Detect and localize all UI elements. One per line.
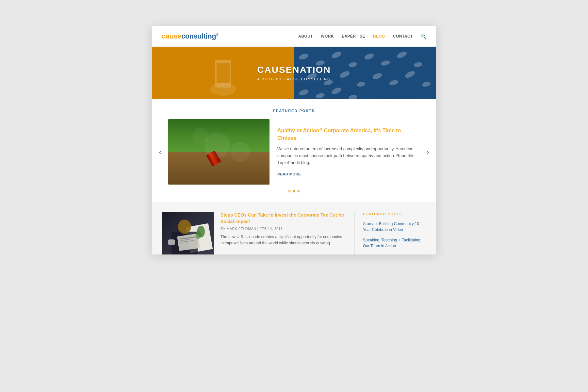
browser-window: causeconsulting® ABOUT WORK EXPERTISE BL…	[152, 26, 436, 254]
nav-blog[interactable]: BLOG	[373, 34, 385, 39]
svg-point-34	[196, 231, 201, 239]
svg-point-21	[315, 92, 325, 99]
carousel-text: Apathy or Action? Corporate America, It'…	[277, 127, 420, 176]
nav-about[interactable]: ABOUT	[298, 34, 313, 39]
svg-point-22	[331, 86, 342, 95]
sidebar-post-2[interactable]: Speaking, Teaching + Facilitating: Our T…	[363, 237, 426, 249]
bottom-main-content: Steps CEOs Can Take to Invest the Corpor…	[162, 212, 354, 254]
site-logo[interactable]: causeconsulting®	[162, 32, 218, 41]
svg-point-10	[396, 50, 408, 59]
svg-point-6	[331, 50, 342, 59]
carousel-next-button[interactable]: ›	[423, 148, 433, 156]
svg-rect-35	[168, 240, 175, 245]
svg-point-25	[193, 127, 209, 144]
carousel-content: Apathy or Action? Corporate America, It'…	[165, 119, 423, 185]
logo-consulting: consulting	[181, 32, 216, 40]
bottom-post-content: Steps CEOs Can Take to Invest the Corpor…	[220, 212, 345, 254]
hero-subtitle: A BLOG BY CAUSE CONSULTING	[152, 77, 436, 81]
nav-expertise[interactable]: EXPERTISE	[342, 34, 365, 39]
featured-label: FEATURED POSTS	[152, 109, 436, 113]
carousel-dot-2[interactable]	[293, 190, 295, 192]
business-image-overlay	[162, 212, 214, 254]
svg-point-15	[356, 81, 366, 87]
featured-post-image	[168, 119, 270, 185]
main-nav: ABOUT WORK EXPERTISE BLOG CONTACT 🔍	[298, 34, 426, 39]
sidebar-post-1[interactable]: Aramark Building Community 10 Year Celeb…	[363, 221, 426, 233]
hero-title: CAUSENATION	[152, 65, 436, 75]
bottom-sidebar: FEATURED POSTS Aramark Building Communit…	[354, 212, 426, 254]
logo-tm: ®	[216, 33, 218, 37]
bottom-post-image	[162, 212, 214, 254]
svg-point-19	[422, 81, 431, 87]
bottom-post-excerpt: The new U.S. tax code creates a signific…	[220, 234, 345, 246]
logo-cause: cause	[162, 32, 181, 40]
bottom-section: Steps CEOs Can Take to Invest the Corpor…	[152, 202, 436, 254]
svg-point-20	[298, 88, 309, 96]
read-more-link[interactable]: READ MORE	[277, 172, 301, 176]
bottom-post-title: Steps CEOs Can Take to Invest the Corpor…	[220, 212, 345, 225]
site-header: causeconsulting® ABOUT WORK EXPERTISE BL…	[152, 26, 436, 47]
nav-work[interactable]: WORK	[321, 34, 334, 39]
carousel-dot-3[interactable]	[297, 190, 300, 192]
carousel-prev-button[interactable]: ‹	[155, 148, 165, 156]
hero-text-overlay: CAUSENATION A BLOG BY CAUSE CONSULTING	[152, 65, 436, 81]
svg-point-4	[298, 52, 309, 60]
svg-point-26	[230, 142, 250, 162]
hero-banner: CAUSENATION A BLOG BY CAUSE CONSULTING	[152, 47, 436, 99]
featured-section: FEATURED POSTS ‹ Apathy or Action? Corpo	[152, 99, 436, 202]
featured-post-title: Apathy or Action? Corporate America, It'…	[277, 127, 420, 142]
carousel-dots	[152, 190, 436, 196]
carousel-dot-1[interactable]	[288, 190, 291, 192]
bottom-post-meta: BY MARK FELDMAN | FEB 14, 2018	[220, 227, 345, 231]
svg-rect-36	[169, 239, 174, 240]
svg-point-23	[348, 94, 357, 99]
nav-contact[interactable]: CONTACT	[393, 34, 413, 39]
sidebar-title: FEATURED POSTS	[363, 212, 426, 216]
search-icon[interactable]: 🔍	[421, 34, 426, 39]
svg-point-28	[178, 220, 191, 234]
featured-post-excerpt: We've entered an era of increased comple…	[277, 146, 420, 166]
image-overlay-fx	[168, 119, 270, 185]
svg-point-8	[364, 52, 375, 60]
carousel-container: ‹ Apathy or Action? Corporate America, I…	[152, 119, 436, 185]
svg-point-3	[222, 84, 224, 87]
